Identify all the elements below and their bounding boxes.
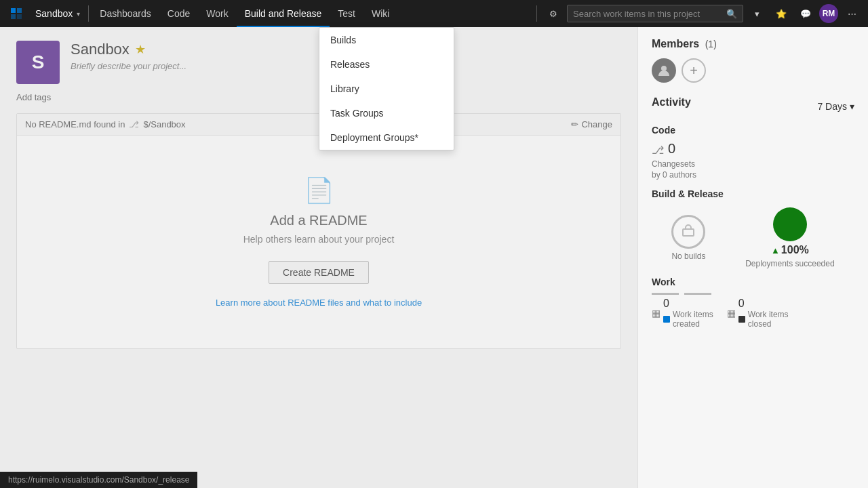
- nav-right: ⚙ Search work items in this project 🔍 ▾ …: [534, 3, 863, 24]
- nav-item-dashboards[interactable]: Dashboards: [92, 0, 159, 27]
- svg-point-4: [661, 66, 667, 71]
- search-box[interactable]: Search work items in this project 🔍: [567, 5, 743, 22]
- work-items-created-info: 0 Work items created: [663, 298, 713, 329]
- nav-items: Dashboards Code Work Build and Release T…: [92, 0, 397, 27]
- activity-days-select[interactable]: 7 Days ▾: [817, 101, 854, 112]
- project-selector[interactable]: Sandbox ▾: [30, 0, 85, 27]
- work-items-closed-count: 0: [738, 298, 745, 309]
- nav-separator-2: [536, 5, 537, 22]
- search-icon: 🔍: [726, 9, 737, 19]
- changesets-count: 0: [668, 141, 675, 157]
- activity-code-label: Code: [652, 125, 854, 136]
- dropdown-item-releases[interactable]: Releases: [319, 52, 454, 77]
- members-title: Members (1): [652, 38, 854, 50]
- work-stats: ▦ 0 Work items created ▦: [652, 298, 854, 329]
- svg-rect-1: [17, 8, 22, 13]
- dropdown-item-task-groups[interactable]: Task Groups: [319, 101, 454, 125]
- nav-item-wiki[interactable]: Wiki: [363, 0, 397, 27]
- work-created-label-group: Work items created: [673, 310, 713, 329]
- authors-label: by 0 authors: [652, 170, 854, 181]
- search-dropdown-icon[interactable]: ▾: [746, 3, 768, 24]
- project-chevron-icon: ▾: [77, 10, 80, 18]
- deployments-pct-row: ▲ 100%: [771, 244, 809, 256]
- nav-separator: [88, 5, 89, 22]
- build-release-label: Build & Release: [652, 188, 854, 199]
- changesets-label: Changesets: [652, 159, 854, 170]
- created-dot: [663, 316, 670, 323]
- activity-title: Activity: [652, 96, 691, 108]
- svg-rect-2: [11, 14, 16, 19]
- no-builds-label: No builds: [671, 251, 705, 261]
- closed-dot: [738, 316, 745, 323]
- svg-rect-3: [17, 14, 22, 19]
- svg-rect-0: [11, 8, 16, 13]
- builds-circle: [671, 215, 705, 249]
- work-items-created-count: 0: [663, 298, 669, 309]
- work-items-closed-info: 0 Work items closed: [738, 298, 789, 329]
- search-placeholder: Search work items in this project: [573, 9, 726, 19]
- build-release-dropdown: Builds Releases Library Task Groups Depl…: [319, 27, 454, 150]
- nav-item-test[interactable]: Test: [330, 0, 363, 27]
- nav-item-build-and-release[interactable]: Build and Release: [237, 0, 330, 27]
- deployments-circle: [773, 207, 807, 241]
- right-panel: Members (1) + Activity 7 Days ▾ Code: [637, 27, 868, 488]
- favorites-icon[interactable]: ⭐: [770, 3, 792, 24]
- activity-header: Activity 7 Days ▾: [652, 96, 854, 117]
- dropdown-item-builds[interactable]: Builds: [319, 28, 454, 52]
- work-items-closed-icon: ▦: [727, 308, 736, 319]
- deploy-success-icon: ▲: [771, 245, 780, 256]
- app-logo: [5, 3, 27, 24]
- user-avatar[interactable]: RM: [819, 4, 838, 23]
- dropdown-item-deployment-groups[interactable]: Deployment Groups*: [319, 125, 454, 150]
- settings-icon[interactable]: ⚙: [542, 3, 564, 24]
- code-stats: ⎇ 0 Changesets by 0 authors: [652, 141, 854, 180]
- work-closed-label-group: Work items closed: [748, 310, 789, 329]
- status-url: https://ruimelo.visualstudio.com/Sandbox…: [8, 475, 189, 485]
- nav-item-code[interactable]: Code: [159, 0, 198, 27]
- deployments-item: ▲ 100% Deployments succeeded: [745, 207, 834, 268]
- nav-item-work[interactable]: Work: [198, 0, 236, 27]
- svg-rect-5: [683, 229, 694, 236]
- members-section: Members (1) +: [652, 38, 854, 83]
- activity-section: Activity 7 Days ▾ Code ⎇ 0 Changesets by…: [652, 96, 854, 329]
- more-icon[interactable]: ⋯: [841, 3, 863, 24]
- work-items-created: ▦ 0 Work items created: [652, 298, 713, 329]
- notifications-icon[interactable]: 💬: [795, 3, 816, 24]
- work-closed-label-row: Work items closed: [738, 310, 789, 329]
- work-bar-1: [652, 293, 679, 295]
- builds-item: No builds: [671, 215, 705, 261]
- deployments-label: Deployments succeeded: [745, 259, 834, 268]
- changesets-row: ⎇ 0: [652, 141, 854, 157]
- project-name: Sandbox: [35, 8, 73, 19]
- work-bars: [652, 293, 854, 295]
- work-items-created-icon: ▦: [652, 308, 660, 319]
- deployments-percentage: 100%: [781, 244, 809, 256]
- member-avatar: [652, 58, 676, 83]
- top-navbar: Sandbox ▾ Dashboards Code Work Build and…: [0, 0, 868, 27]
- dropdown-item-library[interactable]: Library: [319, 77, 454, 101]
- add-member-button[interactable]: +: [682, 58, 706, 83]
- members-row: +: [652, 58, 854, 83]
- build-release-row: No builds ▲ 100% Deployments succeeded: [652, 207, 854, 268]
- chevron-down-icon: ▾: [850, 101, 854, 112]
- changeset-icon: ⎇: [652, 144, 664, 157]
- work-bar-2: [684, 293, 711, 295]
- work-created-label-row: Work items created: [663, 310, 713, 329]
- work-label: Work: [652, 277, 854, 287]
- status-bar: https://ruimelo.visualstudio.com/Sandbox…: [0, 472, 197, 488]
- work-items-closed: ▦ 0 Work items closed: [727, 298, 789, 329]
